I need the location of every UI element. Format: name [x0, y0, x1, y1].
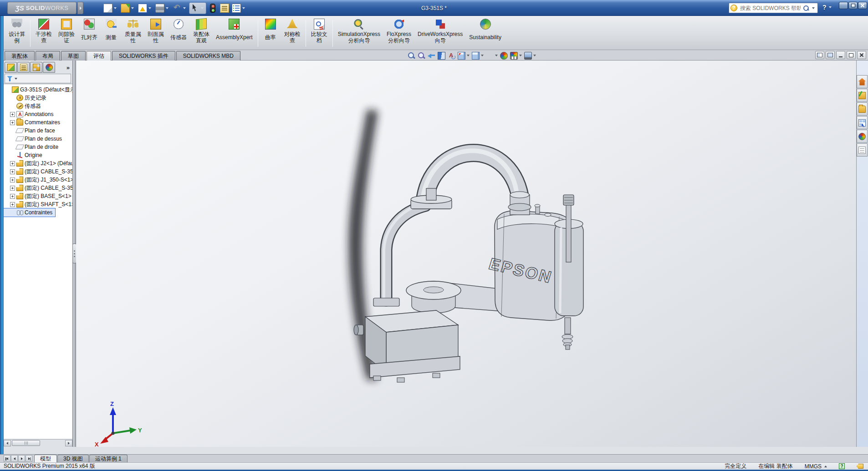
quick-access-button[interactable] [154, 2, 171, 14]
quick-access-button[interactable] [231, 2, 247, 14]
ribbon-button[interactable]: 曲率 [260, 18, 281, 49]
quick-access-button[interactable] [189, 2, 206, 14]
scrollbar-thumb[interactable] [12, 440, 40, 446]
tree-item[interactable]: 传感器 [4, 102, 72, 110]
last-tab-button[interactable] [26, 455, 32, 462]
view-tool-button[interactable] [471, 51, 485, 60]
expand-icon[interactable] [10, 202, 15, 207]
tree-horizontal-scrollbar[interactable] [4, 439, 72, 446]
ribbon-button[interactable]: SimulationXpress 分析向导 [335, 18, 383, 49]
expand-icon[interactable] [10, 194, 15, 199]
view-tool-button[interactable] [447, 51, 456, 60]
ribbon-button[interactable]: 测量 [101, 18, 122, 49]
view-tool-button[interactable] [457, 51, 470, 60]
tree-item[interactable]: Plan de face [4, 127, 72, 135]
ribbon-button[interactable]: DriveWorksXpress 向导 [414, 18, 466, 49]
view-tool-button[interactable] [485, 51, 499, 60]
task-pane-tab[interactable] [857, 130, 868, 143]
task-pane-tab[interactable] [857, 102, 868, 116]
ribbon-button[interactable]: 设计算 例 [5, 18, 28, 49]
tree-item[interactable]: Contraintes [4, 208, 55, 217]
task-pane-tab[interactable] [857, 75, 868, 88]
dropdown-caret-icon[interactable] [131, 7, 134, 9]
menu-flyout-button[interactable] [77, 2, 83, 14]
command-tab[interactable]: SOLIDWORKS MBD [176, 51, 240, 61]
tree-item[interactable]: (固定) SHAFT_S<1> (Défa [4, 200, 72, 208]
panel-tab[interactable] [17, 62, 30, 73]
panel-overflow-chevron[interactable]: » [66, 64, 70, 71]
expand-icon[interactable] [10, 120, 15, 125]
document-window-button[interactable] [815, 51, 824, 59]
dropdown-caret-icon[interactable] [114, 7, 117, 9]
ribbon-button[interactable] [306, 20, 306, 47]
graphics-viewport[interactable]: EPSON Z Y X [76, 61, 856, 447]
command-tab[interactable]: 装配体 [5, 51, 35, 61]
quick-access-button[interactable] [120, 2, 136, 14]
previous-tab-button[interactable] [11, 455, 18, 462]
search-dropdown-caret-icon[interactable] [812, 7, 815, 9]
scrollbar-track[interactable] [11, 440, 65, 446]
quick-access-button[interactable] [137, 2, 153, 14]
tree-item[interactable]: Plan de droite [4, 143, 72, 151]
search-icon[interactable] [803, 5, 809, 11]
view-tool-button[interactable] [407, 51, 416, 60]
help-icon[interactable]: ? [822, 4, 827, 11]
command-tab[interactable]: SOLIDWORKS 插件 [112, 51, 175, 61]
ribbon-button[interactable]: 孔对齐 [78, 18, 101, 49]
status-tag-icon[interactable] [857, 464, 863, 469]
tree-item[interactable]: (固定) J2<1> (Défaut<<D [4, 159, 72, 167]
view-tool-button[interactable] [509, 51, 523, 60]
expand-icon[interactable] [10, 161, 15, 166]
units-selector[interactable]: MMGS [805, 463, 827, 470]
document-tab[interactable]: 3D 视图 [57, 455, 89, 462]
scroll-left-button[interactable] [4, 440, 11, 446]
ribbon-button[interactable]: 质量属 性 [122, 18, 144, 49]
document-window-button[interactable] [847, 51, 856, 59]
tree-item[interactable]: Origine [4, 151, 72, 159]
view-tool-button[interactable] [523, 51, 537, 60]
ribbon-button[interactable]: 间隙验 证 [55, 18, 78, 49]
tree-item[interactable]: (固定) CABLE_S-350_duct [4, 167, 72, 176]
expand-icon[interactable] [10, 177, 15, 182]
scroll-right-button[interactable] [65, 440, 72, 446]
next-tab-button[interactable] [18, 455, 25, 462]
dropdown-caret-icon[interactable] [201, 7, 204, 9]
quick-access-button[interactable] [172, 2, 188, 14]
ribbon-button[interactable]: Sustainability [466, 18, 505, 49]
document-window-button[interactable] [836, 51, 845, 59]
document-window-button[interactable] [826, 51, 835, 59]
view-tool-button[interactable] [417, 51, 426, 60]
tree-item[interactable]: Commentaires [4, 118, 72, 127]
expand-icon[interactable] [10, 169, 15, 174]
filter-icon[interactable] [7, 76, 13, 81]
tree-item[interactable]: G3-351S (Défaut<显示状态-1 [4, 86, 72, 94]
task-pane-tab[interactable] [857, 143, 868, 157]
window-control-button[interactable] [839, 2, 848, 9]
ribbon-button[interactable]: 装配体 直观 [190, 18, 213, 49]
quick-access-button[interactable] [207, 2, 218, 14]
expand-icon[interactable] [10, 112, 15, 117]
quick-access-button[interactable] [102, 2, 119, 14]
robot-model[interactable]: EPSON Z Y X [76, 61, 856, 447]
first-tab-button[interactable] [4, 455, 10, 462]
ribbon-button[interactable]: 对称检 查 [281, 18, 304, 49]
ribbon-button[interactable] [258, 20, 258, 47]
expand-icon[interactable] [10, 186, 15, 191]
tree-item[interactable]: (固定) BASE_S<1> (Défau [4, 192, 72, 200]
panel-tab[interactable] [43, 62, 55, 73]
view-tool-button[interactable] [427, 51, 436, 60]
ribbon-button[interactable] [332, 20, 333, 47]
status-help-icon[interactable]: ? [839, 463, 845, 469]
window-control-button[interactable] [858, 2, 867, 9]
document-window-button[interactable] [857, 51, 866, 59]
tree-item[interactable]: 历史记录 [4, 94, 72, 102]
search-input[interactable] [739, 5, 802, 12]
panel-tab[interactable] [30, 62, 42, 73]
command-tab[interactable]: 草图 [61, 51, 86, 61]
tree-item[interactable]: (固定) CABLE_S-350_stem [4, 184, 72, 192]
dropdown-caret-icon[interactable] [183, 7, 186, 9]
ribbon-button[interactable]: 干涉检 查 [32, 18, 55, 49]
ribbon-button[interactable]: FloXpress 分析向导 [383, 18, 414, 49]
dropdown-caret-icon[interactable] [148, 7, 151, 9]
document-tab[interactable]: 模型 [34, 455, 57, 462]
